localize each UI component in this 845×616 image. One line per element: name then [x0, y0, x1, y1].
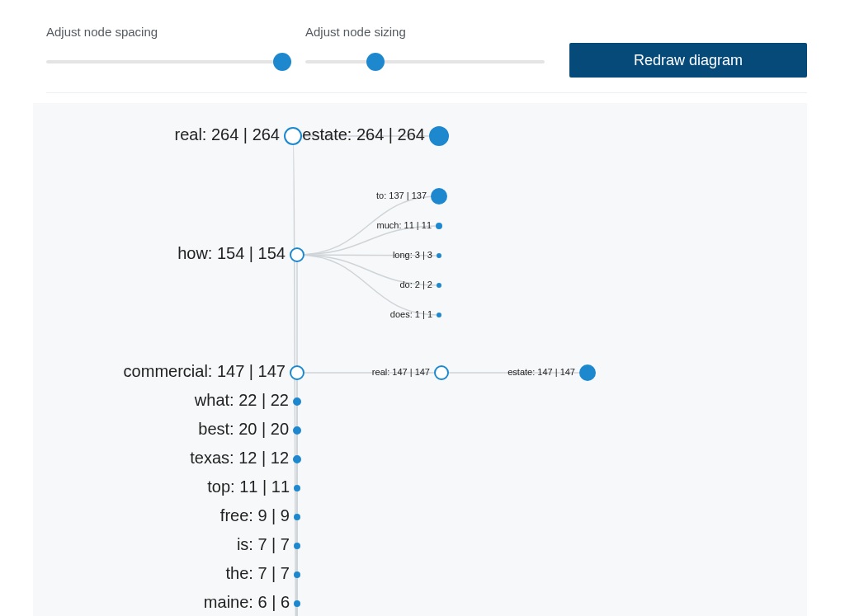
spacing-label: Adjust node spacing	[46, 25, 286, 39]
tree-node[interactable]: estate: 147 | 147	[507, 365, 595, 380]
tree-node-label: texas: 12 | 12	[190, 449, 289, 467]
spacing-slider-track	[46, 60, 286, 63]
controls-row: Adjust node spacing Adjust node sizing R…	[0, 0, 845, 78]
tree-node[interactable]: best: 20 | 20	[198, 420, 300, 438]
diagram-panel: real: 264 | 264estate: 264 | 264how: 154…	[33, 103, 807, 616]
svg-point-6	[437, 284, 441, 287]
spacing-control: Adjust node spacing	[46, 25, 286, 70]
tree-node-label: commercial: 147 | 147	[124, 362, 286, 380]
redraw-button[interactable]: Redraw diagram	[569, 43, 807, 78]
svg-point-13	[294, 456, 300, 463]
tree-node[interactable]: what: 22 | 22	[194, 391, 300, 409]
tree-node[interactable]: free: 9 | 9	[220, 506, 300, 524]
tree-node-label: what: 22 | 22	[194, 391, 289, 409]
svg-point-0	[285, 128, 301, 144]
tree-node[interactable]: do: 2 | 2	[399, 280, 441, 289]
sizing-slider-thumb[interactable]	[366, 53, 385, 71]
tree-node[interactable]: maine: 6 | 6	[204, 593, 300, 611]
tree-node-label: the: 7 | 7	[226, 564, 290, 582]
tree-node[interactable]: top: 11 | 11	[207, 477, 300, 496]
svg-point-14	[295, 486, 300, 491]
tree-node-label: does: 1 | 1	[390, 309, 432, 319]
sizing-label: Adjust node sizing	[305, 25, 545, 39]
svg-point-4	[437, 223, 441, 228]
svg-point-12	[294, 427, 300, 434]
tree-node[interactable]: is: 7 | 7	[237, 535, 300, 553]
svg-point-1	[430, 127, 448, 145]
svg-point-16	[295, 543, 300, 548]
svg-point-2	[290, 248, 304, 261]
tree-node[interactable]: how: 154 | 154	[177, 244, 304, 262]
tree-node-label: top: 11 | 11	[207, 477, 290, 496]
tree-node-label: estate: 264 | 264	[302, 125, 425, 143]
sizing-slider[interactable]	[305, 54, 545, 70]
tree-node-label: free: 9 | 9	[220, 506, 290, 524]
svg-point-17	[295, 572, 300, 577]
spacing-slider-thumb[interactable]	[273, 53, 291, 71]
sizing-slider-track	[305, 60, 545, 63]
tree-node-label: long: 3 | 3	[393, 250, 432, 260]
svg-point-18	[295, 601, 300, 606]
tree-diagram[interactable]: real: 264 | 264estate: 264 | 264how: 154…	[33, 103, 807, 616]
tree-node[interactable]: to: 137 | 137	[376, 189, 446, 204]
svg-point-10	[580, 365, 595, 380]
svg-point-15	[295, 515, 300, 520]
svg-point-9	[435, 366, 448, 379]
tree-node[interactable]: does: 1 | 1	[390, 309, 441, 319]
tree-node-label: estate: 147 | 147	[507, 367, 575, 377]
svg-point-7	[437, 313, 441, 317]
tree-node-label: to: 137 | 137	[376, 190, 427, 200]
divider	[46, 92, 807, 93]
tree-node-label: real: 264 | 264	[174, 125, 280, 143]
tree-node-label: real: 147 | 147	[372, 367, 430, 377]
tree-node-label: how: 154 | 154	[177, 244, 286, 262]
svg-point-8	[290, 366, 304, 379]
spacing-slider[interactable]	[46, 54, 286, 70]
svg-point-3	[432, 189, 446, 204]
svg-point-11	[294, 398, 300, 405]
tree-node-label: best: 20 | 20	[198, 420, 289, 438]
tree-node-label: maine: 6 | 6	[204, 593, 290, 611]
tree-node[interactable]: the: 7 | 7	[226, 564, 300, 582]
tree-node[interactable]: estate: 264 | 264	[302, 125, 448, 145]
tree-node[interactable]: much: 11 | 11	[377, 220, 441, 230]
tree-node[interactable]: long: 3 | 3	[393, 250, 441, 260]
tree-node-label: do: 2 | 2	[399, 280, 432, 289]
sizing-control: Adjust node sizing	[305, 25, 545, 70]
tree-node[interactable]: texas: 12 | 12	[190, 449, 300, 467]
tree-node-label: much: 11 | 11	[377, 220, 432, 230]
tree-node[interactable]: real: 147 | 147	[372, 366, 448, 379]
tree-node[interactable]: real: 264 | 264	[174, 125, 301, 144]
svg-point-5	[437, 254, 441, 257]
tree-node[interactable]: commercial: 147 | 147	[124, 362, 304, 380]
tree-node-label: is: 7 | 7	[237, 535, 290, 553]
